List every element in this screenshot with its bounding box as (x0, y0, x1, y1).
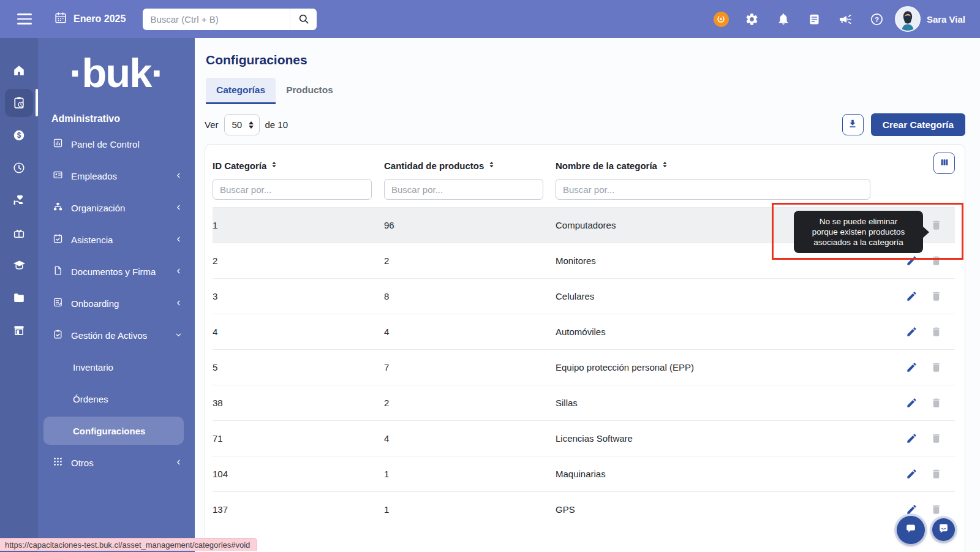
chevron-left-icon (175, 298, 183, 309)
edit-icon[interactable] (906, 433, 918, 445)
download-icon (847, 118, 858, 132)
rail-benefits[interactable] (0, 184, 38, 216)
edit-icon[interactable] (906, 468, 918, 480)
page-size-prefix: Ver (205, 119, 219, 130)
page-size-suffix: de 10 (265, 119, 288, 130)
delete-icon[interactable] (930, 433, 943, 445)
column-header-sort[interactable]: Cantidad de productos (384, 153, 556, 178)
sidebar-item-organizacion[interactable]: Organización (38, 192, 195, 224)
gear-icon[interactable] (744, 11, 760, 27)
user-menu[interactable]: Sara Vial (895, 6, 965, 32)
delete-icon[interactable] (930, 326, 943, 338)
delete-icon[interactable] (930, 504, 943, 516)
edit-icon[interactable] (906, 504, 918, 516)
main-content: Configuraciones Categorías Productos Ver… (195, 38, 980, 552)
column-header-sort[interactable]: ID Categoría (213, 153, 384, 178)
sidebar-subitem-configuraciones[interactable]: Configuraciones (43, 417, 184, 445)
clock-icon (5, 154, 33, 182)
rail-home[interactable] (0, 54, 38, 86)
id-card-icon (53, 170, 63, 182)
walkme-icon[interactable] (714, 12, 729, 27)
delete-icon[interactable] (930, 468, 943, 480)
rail-time[interactable] (0, 151, 38, 184)
delete-icon[interactable] (930, 255, 943, 267)
page-size-select[interactable]: 50 (224, 114, 260, 135)
rail-marketplace[interactable] (0, 314, 38, 346)
page-size-value: 50 (232, 119, 243, 130)
rail-gifts[interactable] (0, 216, 38, 249)
rail-documents[interactable] (0, 281, 38, 314)
stepper-icon (249, 121, 254, 129)
table-row[interactable]: 5 7 Equipo protección personal (EPP) (213, 349, 955, 385)
table-row[interactable]: 38 2 Sillas (213, 385, 955, 420)
svg-text:?: ? (875, 15, 879, 23)
rail-remuneration[interactable]: $ (0, 119, 38, 151)
cell-cantidad: 4 (384, 327, 556, 337)
megaphone-icon[interactable] (838, 11, 854, 27)
bar-chart-icon (53, 138, 63, 150)
tab-categorias[interactable]: Categorías (206, 78, 276, 104)
table-row[interactable]: 104 1 Maquinarias (213, 456, 955, 491)
bell-icon[interactable] (775, 11, 791, 27)
document-icon (53, 265, 63, 278)
gift-icon (5, 219, 33, 247)
edit-icon[interactable] (906, 361, 918, 374)
column-header-label: Nombre de la categoría (556, 161, 657, 171)
filter-cantidad-input[interactable] (384, 179, 543, 200)
edit-icon[interactable] (906, 397, 918, 409)
sidebar-subitem-ordenes[interactable]: Órdenes (38, 383, 195, 415)
export-button[interactable] (842, 114, 864, 135)
sort-icon (487, 160, 496, 171)
table-row[interactable]: 71 4 Licencias Software (213, 420, 955, 456)
news-icon[interactable] (807, 11, 823, 27)
hamburger-menu-icon[interactable] (17, 13, 32, 25)
user-name: Sara Vial (927, 14, 965, 25)
store-icon (5, 316, 33, 344)
rail-asset-management[interactable] (0, 86, 38, 119)
sidebar-item-gestion-de-activos[interactable]: Gestión de Activos (38, 319, 195, 351)
edit-icon[interactable] (906, 255, 918, 267)
filter-nombre-input[interactable] (556, 179, 870, 200)
status-url: https://capacitaciones-test.buk.cl/asset… (0, 538, 257, 551)
page-title: Configuraciones (206, 53, 965, 67)
table-row[interactable]: 137 1 GPS (213, 491, 955, 527)
cell-id: 1 (213, 220, 384, 230)
svg-text:$: $ (17, 131, 21, 140)
sidebar-item-documentos-y-firma[interactable]: Documentos y Firma (38, 255, 195, 287)
delete-disabled-tooltip: No se puede eliminar porque existen prod… (794, 211, 923, 253)
sidebar-item-panel-de-control[interactable]: Panel de Control (38, 128, 195, 160)
sidebar-subitem-inventario[interactable]: Inventario (38, 351, 195, 383)
search-icon[interactable] (290, 9, 317, 30)
sidebar-item-onboarding[interactable]: Onboarding (38, 287, 195, 319)
sidebar-item-otros[interactable]: Otros (38, 447, 195, 478)
column-settings-button[interactable] (933, 153, 955, 174)
graduation-cap-icon (5, 251, 33, 279)
cell-cantidad: 96 (384, 220, 556, 230)
cell-id: 2 (213, 255, 384, 266)
table-row[interactable]: 3 8 Celulares (213, 278, 955, 314)
delete-icon[interactable] (930, 219, 943, 232)
chat-fab[interactable] (897, 516, 925, 544)
sidebar-item-empleados[interactable]: Empleados (38, 160, 195, 192)
delete-icon[interactable] (930, 290, 943, 303)
filter-id-input[interactable] (213, 179, 372, 200)
cell-nombre: Celulares (556, 291, 883, 301)
help-icon[interactable]: ? (869, 11, 885, 27)
column-header-sort[interactable]: Nombre de la categoría (556, 153, 883, 178)
support-chat-fab[interactable] (932, 518, 955, 541)
tab-productos[interactable]: Productos (276, 78, 344, 104)
delete-icon[interactable] (930, 397, 943, 409)
edit-icon[interactable] (906, 290, 918, 303)
cell-nombre: Monitores (556, 255, 883, 266)
sidebar-item-label: Asistencia (71, 235, 167, 245)
cell-id: 137 (213, 504, 384, 515)
period-selector[interactable]: Enero 2025 (54, 11, 126, 27)
table-row[interactable]: 4 4 Automóviles (213, 314, 955, 349)
search-input[interactable] (143, 14, 290, 25)
rail-training[interactable] (0, 249, 38, 281)
edit-icon[interactable] (906, 326, 918, 338)
status-url-text: https://capacitaciones-test.buk.cl/asset… (5, 540, 250, 550)
create-category-button[interactable]: Crear Categoría (871, 113, 965, 136)
sidebar-item-asistencia[interactable]: Asistencia (38, 224, 195, 255)
delete-icon[interactable] (930, 361, 943, 374)
